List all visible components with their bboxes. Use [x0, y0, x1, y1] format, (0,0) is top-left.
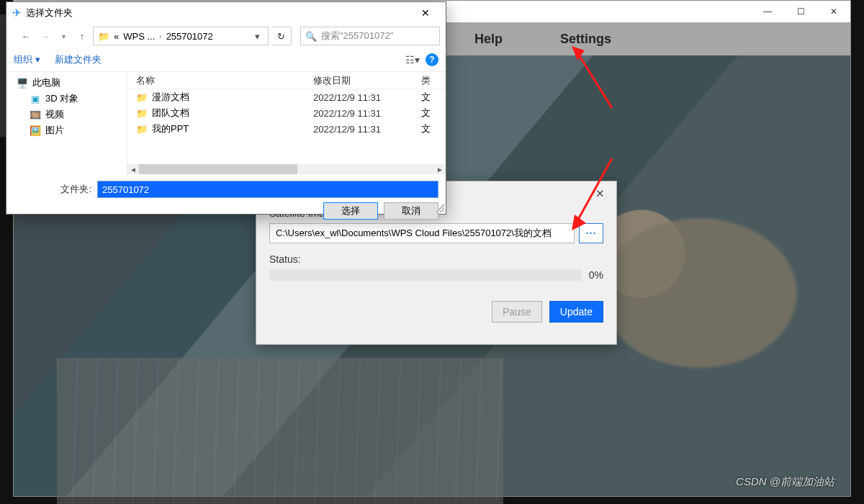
- nav-back-icon[interactable]: ←: [18, 28, 34, 44]
- list-item[interactable]: 📁 漫游文档 2022/12/9 11:31 文: [127, 89, 446, 105]
- close-button[interactable]: ✕: [817, 1, 850, 22]
- file-list-pane: 名称 修改日期 类 📁 漫游文档 2022/12/9 11:31 文 📁 团队文…: [127, 72, 446, 175]
- progress-bar: [269, 269, 582, 281]
- row-name: 团队文档: [152, 107, 313, 120]
- cube-icon: ▣: [30, 94, 41, 104]
- tree-pictures[interactable]: 🖼️ 图片: [6, 122, 127, 138]
- col-date[interactable]: 修改日期: [313, 74, 421, 87]
- pause-button[interactable]: Pause: [492, 301, 542, 323]
- row-type: 文: [421, 91, 446, 104]
- help-icon[interactable]: ?: [426, 53, 438, 66]
- tree-this-pc[interactable]: 🖥️ 此电脑: [6, 75, 127, 91]
- scroll-thumb[interactable]: [139, 164, 297, 174]
- nav-recent-icon[interactable]: ▾: [55, 28, 71, 44]
- horizontal-scrollbar[interactable]: ◄ ►: [127, 163, 446, 175]
- minimize-button[interactable]: —: [751, 1, 784, 22]
- col-name[interactable]: 名称: [127, 74, 313, 87]
- tree-label: 视频: [45, 108, 64, 121]
- tree-label: 3D 对象: [45, 92, 78, 105]
- row-name: 我的PPT: [152, 122, 313, 135]
- folder-icon: 📁: [136, 92, 148, 103]
- monitor-icon: 🖥️: [17, 78, 28, 88]
- folder-icon: 📁: [136, 108, 148, 119]
- row-date: 2022/12/9 11:31: [313, 108, 421, 119]
- nav-up-icon[interactable]: ↑: [74, 28, 90, 44]
- scroll-right-icon[interactable]: ►: [434, 164, 446, 174]
- folder-icon: 📁: [98, 31, 109, 42]
- image-icon: 🖼️: [30, 125, 41, 135]
- tree-3d-objects[interactable]: ▣ 3D 对象: [6, 91, 127, 107]
- airplane-icon: ✈: [12, 6, 22, 19]
- folder-name-input[interactable]: [97, 181, 438, 198]
- cancel-button[interactable]: 取消: [384, 202, 438, 220]
- new-folder-button[interactable]: 新建文件夹: [55, 53, 102, 66]
- search-box[interactable]: 🔍 搜索"255701072": [300, 27, 440, 45]
- search-placeholder: 搜索"255701072": [321, 30, 393, 42]
- picker-titlebar: ✈ 选择文件夹 ✕: [6, 2, 446, 24]
- nav-forward-icon[interactable]: →: [37, 28, 53, 44]
- folder-tree[interactable]: 🖥️ 此电脑 ▣ 3D 对象 🎞️ 视频 🖼️ 图片: [6, 72, 127, 175]
- row-type: 文: [421, 107, 446, 120]
- col-type[interactable]: 类: [421, 74, 446, 87]
- status-label: Status:: [269, 253, 603, 265]
- tree-label: 此电脑: [32, 76, 60, 89]
- tree-label: 图片: [45, 124, 64, 137]
- maximize-button[interactable]: ☐: [784, 1, 817, 22]
- search-icon: 🔍: [305, 31, 317, 42]
- scroll-left-icon[interactable]: ◄: [127, 164, 139, 174]
- folder-icon: 📁: [136, 124, 148, 135]
- row-date: 2022/12/9 11:31: [313, 92, 421, 103]
- address-bar[interactable]: 📁 « WPS ... › 255701072 ▾: [93, 27, 269, 45]
- picker-title-text: 选择文件夹: [26, 6, 73, 19]
- file-rows: 📁 漫游文档 2022/12/9 11:31 文 📁 团队文档 2022/12/…: [127, 89, 446, 163]
- folder-name-label: 文件夹:: [57, 183, 91, 196]
- row-date: 2022/12/9 11:31: [313, 124, 421, 135]
- breadcrumb-seg-1[interactable]: WPS ...: [123, 31, 155, 42]
- film-icon: 🎞️: [30, 109, 41, 120]
- path-input[interactable]: [269, 223, 575, 243]
- chevron-right-icon: ›: [159, 32, 161, 40]
- progress-percent: 0%: [589, 269, 603, 281]
- menu-settings[interactable]: Settings: [560, 32, 611, 47]
- browse-button[interactable]: ···: [579, 223, 603, 243]
- resize-grip-icon[interactable]: [436, 204, 444, 212]
- menu-help[interactable]: Help: [474, 32, 503, 47]
- folder-picker-dialog: ✈ 选择文件夹 ✕ ← → ▾ ↑ 📁 « WPS ... › 25570107…: [6, 1, 446, 215]
- list-item[interactable]: 📁 我的PPT 2022/12/9 11:31 文: [127, 121, 446, 137]
- row-type: 文: [421, 122, 446, 135]
- breadcrumb-sep: «: [114, 31, 119, 42]
- view-mode-icon[interactable]: ☷▾: [405, 54, 420, 66]
- organize-menu[interactable]: 组织 ▾: [14, 53, 40, 66]
- update-button[interactable]: Update: [549, 301, 603, 323]
- picker-close-button[interactable]: ✕: [411, 4, 440, 22]
- picker-nav-row: ← → ▾ ↑ 📁 « WPS ... › 255701072 ▾ ↻ 🔍 搜索…: [6, 24, 446, 48]
- settings-close-button[interactable]: ✕: [588, 184, 612, 204]
- tree-videos[interactable]: 🎞️ 视频: [6, 107, 127, 122]
- breadcrumb-seg-2[interactable]: 255701072: [166, 31, 213, 42]
- address-dropdown-icon[interactable]: ▾: [251, 31, 264, 42]
- select-folder-button[interactable]: 选择: [323, 202, 378, 220]
- refresh-button[interactable]: ↻: [271, 27, 292, 45]
- list-item[interactable]: 📁 团队文档 2022/12/9 11:31 文: [127, 105, 446, 121]
- column-headers[interactable]: 名称 修改日期 类: [127, 72, 446, 89]
- satellite-runway-decor: [57, 358, 503, 504]
- row-name: 漫游文档: [152, 91, 313, 104]
- picker-toolbar: 组织 ▾ 新建文件夹 ☷▾ ?: [6, 48, 446, 71]
- watermark: CSDN @前端加油站: [736, 475, 834, 489]
